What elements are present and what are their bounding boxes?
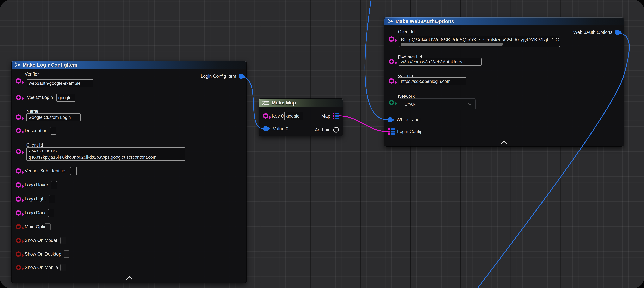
node-make-loginconfigitem[interactable]: Make LoginConfigItem Login Config Item V… (12, 61, 246, 283)
input-pin-key-0[interactable] (263, 113, 268, 119)
collapse-node-button[interactable] (124, 275, 135, 281)
pin-label-key-0: Key 0 (272, 113, 284, 119)
collapse-arrow-icon (126, 276, 133, 280)
input-pin-type-of-login[interactable] (16, 95, 21, 100)
input-pin-logo-hover[interactable] (16, 182, 21, 188)
map-pin-icon[interactable] (333, 113, 339, 120)
pin-label-show-on-modal: Show On Modal (25, 238, 57, 243)
horizontal-scrollbar[interactable] (401, 43, 503, 46)
add-pin-label: Add pin (315, 127, 331, 133)
input-pin-show-on-modal[interactable] (16, 238, 21, 243)
blueprint-editor: Make LoginConfigItem Login Config Item V… (0, 0, 644, 288)
pin-label: Web 3Auth Options (573, 30, 612, 35)
input-pin-value-0[interactable] (263, 126, 268, 131)
add-pin-row[interactable]: Add pin (315, 127, 339, 133)
output-pin-login-config-item[interactable] (238, 74, 244, 79)
name-input[interactable]: Google Custom Login (26, 113, 80, 121)
key-0-input[interactable]: google (284, 112, 303, 120)
show-on-mobile-checkbox[interactable] (60, 264, 66, 271)
pin-label-map: Map (321, 113, 330, 119)
pin-label-white-label: White Label (396, 117, 420, 122)
verifier-sub-identifier-input[interactable] (70, 167, 77, 175)
sdk-url-input[interactable]: https://sdk.openlogin.com (399, 77, 466, 85)
make-struct-icon (14, 62, 20, 68)
pin-label-logo-hover: Logo Hover (25, 182, 48, 188)
main-option-checkbox[interactable] (45, 223, 50, 230)
node-make-map[interactable]: Make Map Key 0 google Value 0 Map Add pi… (259, 99, 343, 136)
input-pin-logo-light[interactable] (16, 196, 21, 202)
input-pin-network[interactable] (389, 100, 394, 105)
pin-label-description: Description (25, 128, 48, 133)
input-pin-white-label[interactable] (388, 117, 393, 122)
input-pin-client-id[interactable] (389, 37, 394, 42)
node-title: Make Map (272, 100, 296, 106)
node-header-make-map[interactable]: Make Map (259, 99, 343, 107)
show-on-desktop-checkbox[interactable] (64, 250, 70, 258)
pin-label-show-on-desktop: Show On Desktop (25, 251, 61, 257)
pin-label-value-0: Value 0 (273, 126, 288, 131)
pin-label-verifier: Verifier (25, 72, 39, 77)
input-pin-main-option[interactable] (16, 224, 21, 229)
pin-label-login-config: Login Config (397, 129, 422, 134)
input-pin-description[interactable] (16, 128, 21, 133)
pin-label-client-id: Client Id (398, 29, 415, 34)
pin-label-client-id: Client Id (26, 143, 43, 148)
pin-label-network: Network (398, 94, 415, 99)
pin-label-show-on-mobile: Show On Mobile (25, 265, 58, 270)
node-make-web3authoptions[interactable]: Make Web3AuthOptions Web 3Auth Options C… (384, 17, 624, 146)
pin-label: Login Config Item (201, 74, 236, 79)
pin-label-verifier-sub-identifier: Verifier Sub Identifier (25, 168, 67, 174)
logo-hover-input[interactable] (51, 181, 57, 189)
input-pin-logo-dark[interactable] (16, 210, 21, 215)
type-of-login-input[interactable]: google (56, 94, 75, 102)
show-on-modal-checkbox[interactable] (60, 237, 66, 244)
input-pin-name[interactable] (16, 114, 21, 120)
make-struct-icon (387, 19, 393, 24)
add-pin-icon[interactable] (333, 127, 339, 133)
pin-row-web3auth-options: Web 3Auth Options (573, 30, 620, 35)
network-dropdown-value: CYAN (404, 102, 416, 107)
input-pin-verifier[interactable] (16, 78, 21, 84)
input-pin-redirect-url[interactable] (389, 59, 394, 64)
pin-label-name: Name (26, 109, 38, 114)
input-pin-verifier-sub-identifier[interactable] (16, 168, 21, 174)
collapse-node-button[interactable] (498, 140, 510, 145)
map-pin-icon-login-config[interactable] (388, 128, 395, 136)
node-title: Make LoginConfigItem (23, 62, 78, 68)
pin-label-logo-light: Logo Light (25, 196, 46, 202)
output-pin-web3auth-options[interactable] (615, 30, 620, 35)
input-pin-client-id[interactable] (16, 149, 21, 154)
make-map-icon (262, 100, 269, 106)
pin-row-map-output: Map (321, 113, 339, 120)
input-pin-sdk-url[interactable] (389, 78, 394, 84)
logo-dark-input[interactable] (48, 209, 54, 217)
node-header-make-loginconfigitem[interactable]: Make LoginConfigItem (12, 61, 246, 69)
input-pin-show-on-desktop[interactable] (16, 251, 21, 257)
collapse-arrow-icon (501, 141, 507, 144)
network-dropdown[interactable]: CYAN (399, 98, 476, 110)
logo-light-input[interactable] (49, 195, 56, 203)
pin-label-type-of-login: Type Of Login (25, 95, 53, 100)
input-pin-show-on-mobile[interactable] (16, 265, 21, 270)
description-input[interactable] (50, 127, 56, 135)
pin-label-logo-dark: Logo Dark (25, 210, 46, 215)
redirect-url-input[interactable]: w3a://com.w3a.Web3AuthUnreal (399, 58, 482, 66)
pin-row-login-config-item: Login Config Item (201, 74, 244, 79)
node-title: Make Web3AuthOptions (396, 19, 454, 24)
verifier-input[interactable]: web3auth-google-example (27, 79, 93, 87)
client-id-input[interactable]: 774338308167-q463s7kpvja16l4l0kko3nb925i… (26, 147, 185, 161)
chevron-down-icon (468, 103, 472, 106)
node-header-make-web3authoptions[interactable]: Make Web3AuthOptions (384, 17, 624, 25)
